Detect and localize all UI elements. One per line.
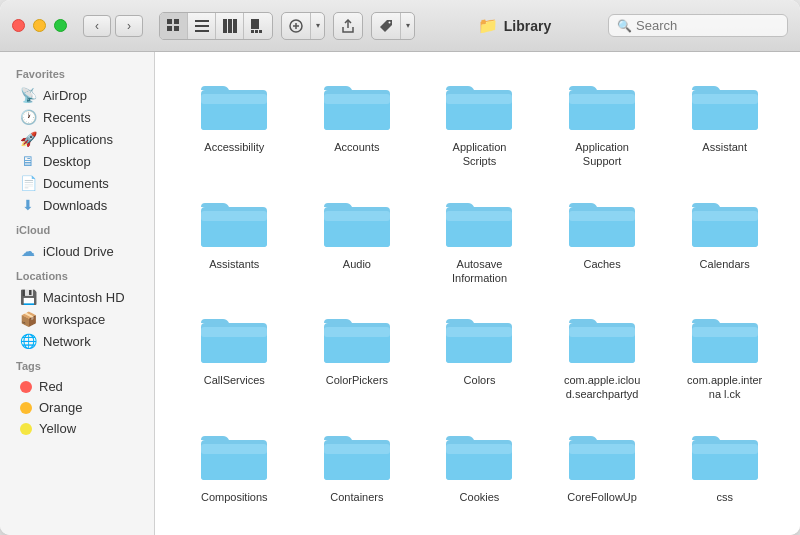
folder-item-callservices[interactable]: CallServices [175,301,294,410]
folder-icon-containers [322,426,392,484]
folder-label-accounts: Accounts [334,140,379,154]
folder-label-application-support: Application Support [562,140,642,169]
gallery-view-button[interactable] [244,13,272,39]
minimize-button[interactable] [33,19,46,32]
folder-label-autosave-information: Autosave Information [439,257,519,286]
sidebar-item-network[interactable]: 🌐Network [4,330,150,352]
folder-item-cookies[interactable]: Cookies [420,418,539,512]
svg-rect-71 [446,444,512,454]
close-button[interactable] [12,19,25,32]
tag-arrow-button[interactable]: ▾ [400,13,414,39]
folder-item-calendars[interactable]: Calendars [665,185,784,294]
sidebar-section-tags: Tags [0,352,154,376]
svg-rect-26 [446,94,512,104]
tag-dot-icon [20,423,32,435]
folder-item-audio[interactable]: Audio [298,185,417,294]
sidebar-section-icloud: iCloud [0,216,154,240]
folder-icon-application-support [567,76,637,134]
svg-rect-13 [259,30,262,33]
sidebar-item-icloud-drive[interactable]: ☁iCloud Drive [4,240,150,262]
folder-item-caches[interactable]: Caches [543,185,662,294]
folder-item-application-support[interactable]: Application Support [543,68,662,177]
back-button[interactable]: ‹ [83,15,111,37]
folder-icon-cookies [444,426,514,484]
folder-item-containers[interactable]: Containers [298,418,417,512]
column-view-button[interactable] [216,13,244,39]
folder-label-calendars: Calendars [700,257,750,271]
svg-rect-3 [174,26,179,31]
maximize-button[interactable] [54,19,67,32]
sidebar-section-favorites: Favorites [0,60,154,84]
sidebar: Favorites📡AirDrop🕐Recents🚀Applications🖥D… [0,52,155,535]
sidebar-item-label-icloud-drive: iCloud Drive [43,244,114,259]
sidebar-item-airdrop[interactable]: 📡AirDrop [4,84,150,106]
search-box[interactable]: 🔍 [608,14,788,37]
folder-label-corefollowup: CoreFollowUp [567,490,637,504]
sort-group: ▾ [281,12,325,40]
svg-rect-56 [446,327,512,337]
sidebar-item-label-tag-orange: Orange [39,400,82,415]
sort-arrow-button[interactable]: ▾ [310,13,324,39]
folder-label-accessibility: Accessibility [204,140,264,154]
folder-item-com-apple-internal-ck[interactable]: com.apple.interna l.ck [665,301,784,410]
folder-item-compositions[interactable]: Compositions [175,418,294,512]
folder-item-application-scripts[interactable]: Application Scripts [420,68,539,177]
sidebar-item-tag-red[interactable]: Red [4,376,150,397]
applications-icon: 🚀 [20,131,36,147]
documents-icon: 📄 [20,175,36,191]
folder-item-accessibility[interactable]: Accessibility [175,68,294,177]
svg-rect-77 [692,444,758,454]
tag-button[interactable] [372,13,400,39]
sidebar-item-desktop[interactable]: 🖥Desktop [4,150,150,172]
share-button[interactable] [334,13,362,39]
svg-rect-53 [324,327,390,337]
tag-group: ▾ [371,12,415,40]
sidebar-item-label-workspace: workspace [43,312,105,327]
folder-item-colors[interactable]: Colors [420,301,539,410]
folder-item-colorpickers[interactable]: ColorPickers [298,301,417,410]
desktop-icon: 🖥 [20,153,36,169]
svg-rect-41 [446,211,512,221]
folder-item-css[interactable]: css [665,418,784,512]
network-icon: 🌐 [20,333,36,349]
title-folder-icon: 📁 [478,16,498,35]
sidebar-item-recents[interactable]: 🕐Recents [4,106,150,128]
sidebar-item-workspace[interactable]: 📦workspace [4,308,150,330]
folder-item-accounts[interactable]: Accounts [298,68,417,177]
svg-rect-35 [201,211,267,221]
sidebar-item-tag-yellow[interactable]: Yellow [4,418,150,439]
svg-rect-6 [195,30,209,32]
svg-rect-74 [569,444,635,454]
tag-dot-icon [20,402,32,414]
sidebar-item-downloads[interactable]: ⬇Downloads [4,194,150,216]
folder-icon-assistant [690,76,760,134]
folder-item-assistants[interactable]: Assistants [175,185,294,294]
folder-label-com-apple-internal-ck: com.apple.interna l.ck [685,373,765,402]
sidebar-item-label-downloads: Downloads [43,198,107,213]
sidebar-item-applications[interactable]: 🚀Applications [4,128,150,150]
sidebar-item-documents[interactable]: 📄Documents [4,172,150,194]
folder-icon-colorpickers [322,309,392,367]
folder-label-application-scripts: Application Scripts [439,140,519,169]
svg-rect-7 [223,19,227,33]
folder-item-assistant[interactable]: Assistant [665,68,784,177]
icloud-drive-icon: ☁ [20,243,36,259]
svg-rect-62 [692,327,758,337]
sidebar-item-tag-orange[interactable]: Orange [4,397,150,418]
folder-label-callservices: CallServices [204,373,265,387]
folder-item-autosave-information[interactable]: Autosave Information [420,185,539,294]
sidebar-item-label-applications: Applications [43,132,113,147]
workspace-icon: 📦 [20,311,36,327]
sidebar-item-macintosh-hd[interactable]: 💾Macintosh HD [4,286,150,308]
list-view-button[interactable] [188,13,216,39]
folder-icon-compositions [199,426,269,484]
sort-button[interactable] [282,13,310,39]
share-group [333,12,363,40]
folder-item-com-apple-icloud-searchpartyd[interactable]: com.apple.icloud.searchpartyd [543,301,662,410]
folder-item-corefollowup[interactable]: CoreFollowUp [543,418,662,512]
forward-button[interactable]: › [115,15,143,37]
search-input[interactable] [636,18,779,33]
folder-icon-calendars [690,193,760,251]
sidebar-item-label-documents: Documents [43,176,109,191]
icon-view-button[interactable] [160,13,188,39]
